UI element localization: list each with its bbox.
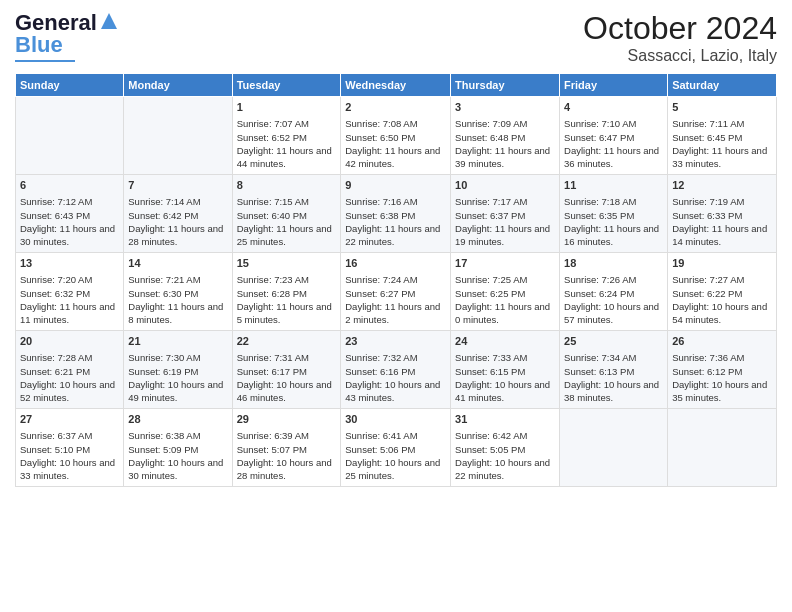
day-number: 6 — [20, 178, 119, 193]
calendar-cell — [560, 409, 668, 487]
day-number: 16 — [345, 256, 446, 271]
day-number: 21 — [128, 334, 227, 349]
day-info: Sunset: 5:06 PM — [345, 443, 446, 456]
day-info: Daylight: 10 hours and 35 minutes. — [672, 378, 772, 405]
day-info: Sunrise: 7:30 AM — [128, 351, 227, 364]
day-info: Sunrise: 7:23 AM — [237, 273, 337, 286]
day-info: Sunrise: 6:39 AM — [237, 429, 337, 442]
calendar-cell: 29Sunrise: 6:39 AMSunset: 5:07 PMDayligh… — [232, 409, 341, 487]
calendar-cell: 27Sunrise: 6:37 AMSunset: 5:10 PMDayligh… — [16, 409, 124, 487]
day-number: 17 — [455, 256, 555, 271]
day-number: 20 — [20, 334, 119, 349]
day-info: Daylight: 11 hours and 5 minutes. — [237, 300, 337, 327]
day-info: Sunset: 6:16 PM — [345, 365, 446, 378]
day-info: Sunrise: 7:36 AM — [672, 351, 772, 364]
calendar-cell: 17Sunrise: 7:25 AMSunset: 6:25 PMDayligh… — [451, 253, 560, 331]
calendar-cell: 6Sunrise: 7:12 AMSunset: 6:43 PMDaylight… — [16, 175, 124, 253]
day-number: 4 — [564, 100, 663, 115]
calendar-cell: 25Sunrise: 7:34 AMSunset: 6:13 PMDayligh… — [560, 331, 668, 409]
day-number: 24 — [455, 334, 555, 349]
calendar-cell: 15Sunrise: 7:23 AMSunset: 6:28 PMDayligh… — [232, 253, 341, 331]
title-block: October 2024 Sassacci, Lazio, Italy — [583, 10, 777, 65]
day-number: 22 — [237, 334, 337, 349]
day-info: Daylight: 10 hours and 30 minutes. — [128, 456, 227, 483]
day-info: Daylight: 11 hours and 8 minutes. — [128, 300, 227, 327]
day-info: Sunrise: 7:21 AM — [128, 273, 227, 286]
day-info: Sunrise: 6:37 AM — [20, 429, 119, 442]
calendar-cell: 2Sunrise: 7:08 AMSunset: 6:50 PMDaylight… — [341, 97, 451, 175]
day-info: Sunrise: 6:38 AM — [128, 429, 227, 442]
calendar-table: Sunday Monday Tuesday Wednesday Thursday… — [15, 73, 777, 487]
calendar-cell: 28Sunrise: 6:38 AMSunset: 5:09 PMDayligh… — [124, 409, 232, 487]
day-info: Sunrise: 7:08 AM — [345, 117, 446, 130]
day-info: Sunset: 6:24 PM — [564, 287, 663, 300]
calendar-cell: 13Sunrise: 7:20 AMSunset: 6:32 PMDayligh… — [16, 253, 124, 331]
day-info: Daylight: 11 hours and 28 minutes. — [128, 222, 227, 249]
calendar-title: October 2024 — [583, 10, 777, 47]
day-info: Daylight: 11 hours and 22 minutes. — [345, 222, 446, 249]
day-info: Sunset: 6:37 PM — [455, 209, 555, 222]
calendar-cell: 9Sunrise: 7:16 AMSunset: 6:38 PMDaylight… — [341, 175, 451, 253]
day-info: Sunrise: 7:26 AM — [564, 273, 663, 286]
calendar-cell: 23Sunrise: 7:32 AMSunset: 6:16 PMDayligh… — [341, 331, 451, 409]
calendar-cell: 24Sunrise: 7:33 AMSunset: 6:15 PMDayligh… — [451, 331, 560, 409]
day-number: 11 — [564, 178, 663, 193]
day-info: Sunset: 6:38 PM — [345, 209, 446, 222]
day-info: Sunrise: 7:20 AM — [20, 273, 119, 286]
day-info: Sunset: 6:22 PM — [672, 287, 772, 300]
day-info: Sunrise: 7:34 AM — [564, 351, 663, 364]
day-info: Sunrise: 7:14 AM — [128, 195, 227, 208]
day-info: Sunset: 5:07 PM — [237, 443, 337, 456]
day-info: Sunset: 6:33 PM — [672, 209, 772, 222]
day-info: Sunset: 6:45 PM — [672, 131, 772, 144]
day-info: Sunset: 6:28 PM — [237, 287, 337, 300]
day-info: Daylight: 11 hours and 0 minutes. — [455, 300, 555, 327]
day-info: Sunrise: 7:16 AM — [345, 195, 446, 208]
day-info: Daylight: 10 hours and 28 minutes. — [237, 456, 337, 483]
day-number: 5 — [672, 100, 772, 115]
calendar-cell: 10Sunrise: 7:17 AMSunset: 6:37 PMDayligh… — [451, 175, 560, 253]
day-info: Sunset: 6:13 PM — [564, 365, 663, 378]
col-wednesday: Wednesday — [341, 74, 451, 97]
day-info: Daylight: 10 hours and 57 minutes. — [564, 300, 663, 327]
day-number: 25 — [564, 334, 663, 349]
day-info: Sunrise: 7:17 AM — [455, 195, 555, 208]
calendar-cell: 18Sunrise: 7:26 AMSunset: 6:24 PMDayligh… — [560, 253, 668, 331]
day-info: Sunset: 6:30 PM — [128, 287, 227, 300]
header: General Blue October 2024 Sassacci, Lazi… — [15, 10, 777, 65]
calendar-cell — [668, 409, 777, 487]
calendar-cell: 16Sunrise: 7:24 AMSunset: 6:27 PMDayligh… — [341, 253, 451, 331]
calendar-cell: 30Sunrise: 6:41 AMSunset: 5:06 PMDayligh… — [341, 409, 451, 487]
day-info: Daylight: 10 hours and 43 minutes. — [345, 378, 446, 405]
day-info: Sunset: 5:10 PM — [20, 443, 119, 456]
day-info: Sunrise: 7:11 AM — [672, 117, 772, 130]
day-info: Sunset: 6:21 PM — [20, 365, 119, 378]
calendar-cell: 21Sunrise: 7:30 AMSunset: 6:19 PMDayligh… — [124, 331, 232, 409]
day-info: Daylight: 10 hours and 52 minutes. — [20, 378, 119, 405]
day-info: Sunset: 6:42 PM — [128, 209, 227, 222]
day-info: Sunset: 6:25 PM — [455, 287, 555, 300]
logo: General Blue — [15, 10, 119, 62]
day-info: Sunset: 6:47 PM — [564, 131, 663, 144]
day-number: 30 — [345, 412, 446, 427]
day-number: 29 — [237, 412, 337, 427]
day-info: Daylight: 10 hours and 22 minutes. — [455, 456, 555, 483]
col-friday: Friday — [560, 74, 668, 97]
day-info: Sunrise: 7:07 AM — [237, 117, 337, 130]
day-info: Sunset: 6:17 PM — [237, 365, 337, 378]
calendar-week-row: 20Sunrise: 7:28 AMSunset: 6:21 PMDayligh… — [16, 331, 777, 409]
day-info: Sunrise: 7:15 AM — [237, 195, 337, 208]
col-sunday: Sunday — [16, 74, 124, 97]
day-info: Sunset: 6:19 PM — [128, 365, 227, 378]
calendar-cell: 4Sunrise: 7:10 AMSunset: 6:47 PMDaylight… — [560, 97, 668, 175]
day-info: Sunset: 6:32 PM — [20, 287, 119, 300]
day-info: Daylight: 11 hours and 36 minutes. — [564, 144, 663, 171]
day-number: 15 — [237, 256, 337, 271]
day-number: 3 — [455, 100, 555, 115]
day-number: 27 — [20, 412, 119, 427]
day-info: Daylight: 11 hours and 44 minutes. — [237, 144, 337, 171]
day-info: Sunset: 6:15 PM — [455, 365, 555, 378]
day-info: Sunrise: 7:18 AM — [564, 195, 663, 208]
day-info: Sunrise: 7:32 AM — [345, 351, 446, 364]
calendar-cell: 20Sunrise: 7:28 AMSunset: 6:21 PMDayligh… — [16, 331, 124, 409]
